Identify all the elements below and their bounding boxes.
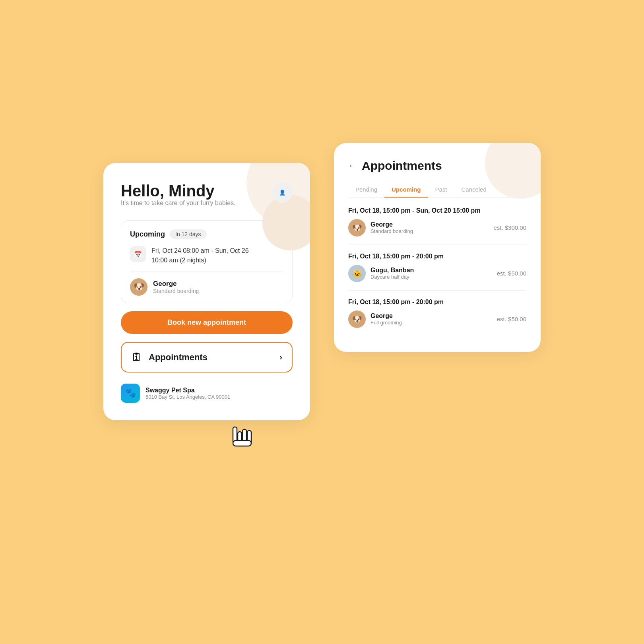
appointment-item-3: Fri, Oct 18, 15:00 pm - 20:00 pm 🐶 Georg…	[348, 299, 526, 336]
tabs-row: Pending Upcoming Past Canceled	[348, 182, 526, 198]
appt-2-pet-name: Gugu, Banban	[370, 267, 414, 274]
appointments-cal-icon: 🗓	[131, 351, 142, 364]
back-button[interactable]: ←	[348, 161, 357, 171]
chevron-right-icon: ›	[279, 353, 282, 362]
business-address: 5010 Bay St, Los Angeles, CA 90001	[145, 394, 230, 400]
appt-1-pet-name: George	[370, 221, 413, 228]
appt-1-date: Fri, Oct 18, 15:00 pm - Sun, Oct 20 15:0…	[348, 207, 526, 214]
appointment-date-line2: 10:00 am (2 nights)	[151, 256, 249, 265]
subtitle-text: It's time to take care of your furry bab…	[121, 200, 236, 207]
appointments-nav-item[interactable]: 🗓 Appointments ›	[121, 342, 293, 372]
upcoming-label: Upcoming	[130, 230, 165, 239]
cursor-hand-icon	[231, 421, 254, 453]
business-row: 🐾 Swaggy Pet Spa 5010 Bay St, Los Angele…	[121, 384, 293, 403]
svg-rect-1	[242, 429, 246, 444]
upcoming-box: Upcoming In 12 days 📅 Fri, Oct 24 08:00 …	[121, 220, 293, 303]
appt-2-service: Daycare half day	[370, 274, 414, 280]
appt-2-date: Fri, Oct 18, 15:00 pm - 20:00 pm	[348, 253, 526, 260]
business-logo: 🐾	[121, 384, 140, 403]
svg-rect-0	[238, 432, 242, 444]
tab-past[interactable]: Past	[428, 182, 454, 198]
pet-avatar: 🐶	[130, 278, 147, 296]
appointment-item-2: Fri, Oct 18, 15:00 pm - 20:00 pm 🐱 Gugu,…	[348, 253, 526, 291]
profile-button[interactable]: 👤	[272, 182, 293, 203]
calendar-icon-box: 📅	[130, 246, 146, 262]
left-card: Hello, Mindy It's time to take care of y…	[103, 163, 310, 420]
appt-3-price: est. $50.00	[497, 316, 526, 322]
tab-upcoming[interactable]: Upcoming	[384, 182, 428, 198]
book-appointment-button[interactable]: Book new appointment	[121, 311, 293, 334]
appointments-title: Appointments	[362, 159, 442, 173]
appt-1-price: est. $300.00	[493, 224, 526, 231]
appt-3-pet-name: George	[370, 312, 402, 320]
right-card: ← Appointments Pending Upcoming Past Can…	[334, 143, 541, 352]
appt-2-price: est. $50.00	[497, 270, 526, 277]
pet-service: Standard boarding	[153, 288, 199, 294]
appt-2-pet-emoji: 🐱	[352, 269, 362, 278]
svg-rect-2	[247, 431, 251, 444]
appt-3-service: Full grooming	[370, 320, 402, 326]
appt-3-pet-avatar: 🐶	[348, 310, 366, 328]
business-name: Swaggy Pet Spa	[145, 387, 230, 394]
days-badge: In 12 days	[170, 229, 207, 239]
appointments-nav-label: Appointments	[149, 352, 208, 363]
appointment-item-1: Fri, Oct 18, 15:00 pm - Sun, Oct 20 15:0…	[348, 207, 526, 245]
appt-1-pet-emoji: 🐶	[352, 223, 362, 233]
tab-pending[interactable]: Pending	[348, 182, 384, 198]
svg-rect-3	[233, 427, 237, 444]
appt-1-service: Standard boarding	[370, 228, 413, 234]
tab-canceled[interactable]: Canceled	[454, 182, 493, 198]
pet-name: George	[153, 280, 199, 288]
appt-2-pet-avatar: 🐱	[348, 265, 366, 282]
calendar-icon: 📅	[134, 250, 142, 258]
appt-1-pet-avatar: 🐶	[348, 219, 366, 237]
appt-3-date: Fri, Oct 18, 15:00 pm - 20:00 pm	[348, 299, 526, 306]
appointment-date-line1: Fri, Oct 24 08:00 am - Sun, Oct 26	[151, 246, 249, 256]
appt-3-pet-emoji: 🐶	[352, 314, 362, 324]
profile-icon: 👤	[279, 190, 286, 196]
greeting-text: Hello, Mindy	[121, 182, 236, 200]
svg-rect-4	[233, 440, 251, 446]
